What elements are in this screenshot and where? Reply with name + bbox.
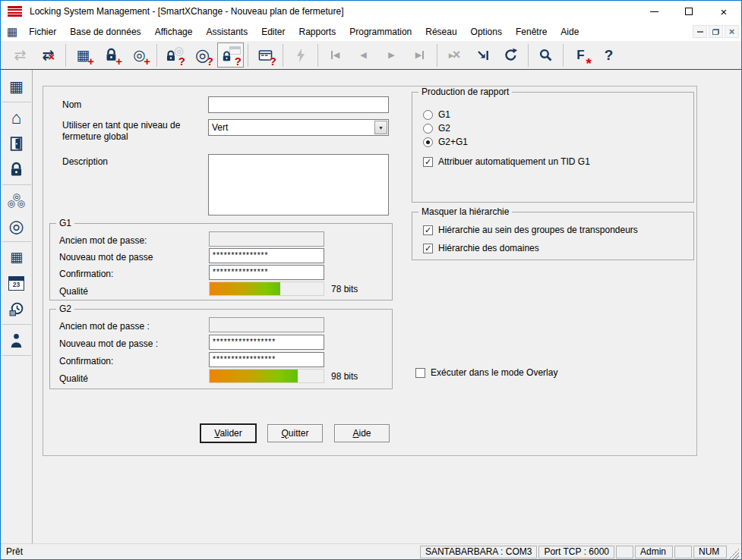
g2-old-password-label: Ancien mot de passe : xyxy=(59,321,150,332)
test-smart-output-button[interactable]: ? xyxy=(252,42,279,68)
close-button[interactable]: × xyxy=(706,1,741,22)
maximize-button[interactable] xyxy=(671,1,706,22)
lock-icon xyxy=(165,50,177,62)
quitter-button[interactable]: Quitter xyxy=(267,424,323,442)
sidebar-transponder-button[interactable]: ◎ xyxy=(4,214,29,238)
global-level-select[interactable]: Vert ▼ xyxy=(208,119,389,136)
mdi-minimize-button[interactable] xyxy=(693,25,707,38)
read-lock-button[interactable]: ◎ ? xyxy=(161,42,188,68)
aide-button[interactable]: Aide xyxy=(334,424,390,442)
toolbar: ⇄ ⇄ × ▦ + + ◎ + ◎ ? ◎ ? ? ? ◀ ◀ ▶ ▶ xyxy=(1,41,741,70)
last-record-icon: ▶ xyxy=(415,50,424,60)
menu-fenetre[interactable]: Fenêtre xyxy=(509,24,554,39)
new-lock-button[interactable]: + xyxy=(98,42,125,68)
cancel-record-button[interactable]: ▶ × xyxy=(441,42,468,68)
menu-aide[interactable]: Aide xyxy=(554,24,586,39)
read-lock-network-button[interactable]: ? xyxy=(217,42,244,68)
refresh-icon xyxy=(504,48,518,62)
description-textarea[interactable] xyxy=(208,154,389,216)
resize-grip[interactable] xyxy=(728,549,739,559)
g1-quality-progressbar xyxy=(209,282,324,296)
status-port-cell: Port TCP : 6000 xyxy=(538,546,614,558)
calendar-icon: 23 xyxy=(8,276,24,291)
g2-quality-progressbar xyxy=(209,369,324,383)
g2-confirm-input[interactable] xyxy=(209,352,324,367)
sidebar-building-button[interactable]: ⌂ xyxy=(4,105,29,130)
menu-options[interactable]: Options xyxy=(464,24,509,39)
status-num-cell: NUM xyxy=(693,546,727,558)
program-flash-button[interactable] xyxy=(287,42,314,68)
help-icon: ? xyxy=(605,48,614,63)
radio-g2[interactable]: G2 xyxy=(423,123,450,134)
menu-fichier[interactable]: Fichier xyxy=(22,24,63,39)
previous-record-button[interactable]: ◀ xyxy=(350,42,377,68)
radio-icon xyxy=(423,124,433,134)
name-input[interactable] xyxy=(208,96,389,113)
first-record-button[interactable]: ◀ xyxy=(322,42,349,68)
refresh-button[interactable] xyxy=(497,42,524,68)
connect-button[interactable]: ⇄ xyxy=(7,42,33,68)
plus-badge-icon: + xyxy=(87,56,94,66)
hierarchy-groups-checkbox[interactable]: ✓ Hiérarchie au sein des groupes de tran… xyxy=(423,225,638,235)
next-record-button[interactable]: ▶ xyxy=(378,42,405,68)
g1-confirm-label: Confirmation: xyxy=(59,269,113,279)
new-transponder-button[interactable]: ◎ + xyxy=(126,42,153,68)
mdi-child-icon: ▦ xyxy=(7,26,17,37)
sidebar-person-button[interactable] xyxy=(4,328,29,352)
new-locking-system-button[interactable]: ▦ + xyxy=(70,42,96,68)
help-button[interactable]: ? xyxy=(595,42,622,68)
hierarchy-domains-label: Hiérarchie des domaines xyxy=(438,243,539,253)
status-bar: Prêt SANTABARBARA : COM3 Port TCP : 6000… xyxy=(1,543,741,559)
mdi-restore-button[interactable] xyxy=(709,25,723,38)
sidebar-calendar-button[interactable]: 23 xyxy=(4,271,29,295)
search-button[interactable] xyxy=(532,42,559,68)
tid-checkbox[interactable]: ✓ Attribuer automatiquement un TID G1 xyxy=(423,156,590,167)
g2-new-password-label: Nouveau mot de passe : xyxy=(59,338,158,349)
menu-editer[interactable]: Editer xyxy=(254,24,292,39)
sidebar-time-zones-button[interactable] xyxy=(4,297,29,321)
hierarchy-groupbox: Masquer la hiérarchie ✓ Hiérarchie au se… xyxy=(412,212,694,260)
minimize-icon xyxy=(650,11,658,12)
hierarchy-groups-label: Hiérarchie au sein des groupes de transp… xyxy=(438,225,638,235)
valider-button[interactable]: Valider xyxy=(200,424,256,442)
sidebar-lock-button[interactable] xyxy=(4,157,29,181)
g1-new-password-input[interactable] xyxy=(209,248,324,263)
minimize-button[interactable] xyxy=(636,1,671,22)
sidebar-transponder-groups-button[interactable]: ◎◎◎ xyxy=(4,188,29,212)
filter-options-button[interactable]: F * xyxy=(567,42,594,68)
previous-record-icon: ◀ xyxy=(360,50,366,60)
last-record-button[interactable]: ▶ xyxy=(406,42,433,68)
status-device-cell: SANTABARBARA : COM3 xyxy=(420,546,537,558)
overlay-checkbox[interactable]: ✓ Exécuter dans le mode Overlay xyxy=(415,367,557,378)
menu-base-de-donnees[interactable]: Base de données xyxy=(63,24,147,39)
close-icon: × xyxy=(721,6,728,17)
sidebar-matrix-view-button[interactable]: ▦ xyxy=(4,245,29,269)
hierarchy-domains-checkbox[interactable]: ✓ Hiérarchie des domaines xyxy=(423,243,539,253)
sidebar-matrix-button[interactable]: ▦ xyxy=(4,74,29,99)
g1-confirm-input[interactable] xyxy=(209,265,324,280)
mdi-close-button[interactable]: × xyxy=(725,25,739,38)
radio-g2g1[interactable]: G2+G1 xyxy=(423,137,468,147)
title-bar: Locking System Management - [SmartXChang… xyxy=(1,1,741,22)
g1-legend: G1 xyxy=(56,218,74,228)
menu-programmation[interactable]: Programmation xyxy=(343,24,418,39)
read-transponder-button[interactable]: ◎ ? xyxy=(189,42,216,68)
disconnect-button[interactable]: ⇄ × xyxy=(35,42,62,68)
goto-record-button[interactable] xyxy=(469,42,496,68)
sidebar-door-button[interactable] xyxy=(4,131,29,156)
g2-groupbox: G2 Ancien mot de passe : Nouveau mot de … xyxy=(49,309,393,389)
menu-rapports[interactable]: Rapports xyxy=(292,24,343,39)
radio-g1[interactable]: G1 xyxy=(423,109,450,120)
question-badge-icon: ? xyxy=(207,56,213,66)
combo-arrow-button[interactable]: ▼ xyxy=(374,121,387,134)
g2-new-password-input[interactable] xyxy=(209,335,324,350)
cancel-x-icon: × xyxy=(453,47,461,63)
menu-affichage[interactable]: Affichage xyxy=(148,24,200,39)
mdi-restore-icon xyxy=(712,29,719,35)
menu-reseau[interactable]: Réseau xyxy=(418,24,463,39)
status-empty-cell-1 xyxy=(616,546,633,558)
menu-assistants[interactable]: Assistants xyxy=(199,24,254,39)
checkbox-icon: ✓ xyxy=(423,225,433,235)
report-legend: Production de rapport xyxy=(418,87,512,97)
new-locking-plan-form: Nom Utiliser en tant que niveau de ferme… xyxy=(43,86,697,456)
